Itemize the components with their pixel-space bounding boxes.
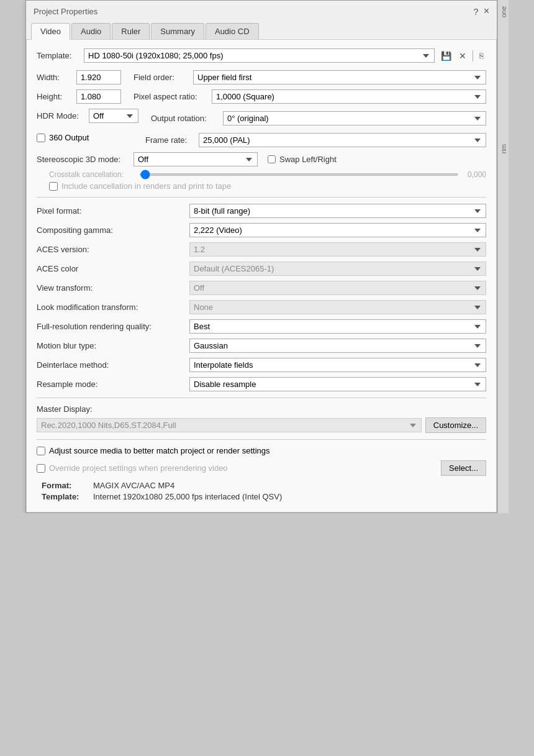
deinterlace-row: Deinterlace method: Interpolate fields <box>37 358 486 372</box>
frame-rate-row: Frame rate: 25,000 (PAL) <box>145 133 486 147</box>
view-transform-select[interactable]: Off <box>189 281 486 295</box>
field-order-label: Field order: <box>134 73 189 82</box>
title-bar: Project Properties ? × <box>26 1 497 19</box>
hdr-select[interactable]: Off <box>89 109 138 123</box>
adjust-label: Adjust source media to better match proj… <box>49 446 270 455</box>
aces-version-select[interactable]: 1.2 <box>189 242 486 257</box>
width-label: Width: <box>37 73 73 82</box>
tab-audio[interactable]: Audio <box>71 23 111 39</box>
pixel-format-label: Pixel format: <box>37 206 186 216</box>
export-template-icon[interactable]: ⎘ <box>477 50 486 61</box>
deinterlace-label: Deinterlace method: <box>37 360 186 370</box>
field-order-select[interactable]: Upper field first Lower field first None… <box>193 70 486 84</box>
stereo-select[interactable]: Off <box>134 152 258 166</box>
format-row: Format: MAGIX AVC/AAC MP4 <box>42 481 486 490</box>
output-rotation-label: Output rotation: <box>151 114 219 123</box>
separator-1 <box>37 197 486 198</box>
side-strip: one rim <box>497 0 509 513</box>
full-res-select[interactable]: Best <box>189 319 486 334</box>
pixel-format-select[interactable]: 8-bit (full range) <box>189 204 486 218</box>
motion-blur-select[interactable]: Gaussian <box>189 339 486 353</box>
tab-summary[interactable]: Summary <box>151 23 204 39</box>
width-input[interactable] <box>76 70 121 84</box>
resample-select[interactable]: Disable resample <box>189 377 486 391</box>
close-icon[interactable]: × <box>484 6 489 17</box>
output-rotation-select[interactable]: 0° (original) <box>223 111 486 125</box>
separator-2 <box>37 398 486 398</box>
template-select[interactable]: HD 1080-50i (1920x1080; 25,000 fps) <box>84 48 435 63</box>
look-modification-select[interactable]: None <box>189 300 486 314</box>
override-row: Override project settings when prerender… <box>37 460 486 476</box>
swap-checkbox[interactable] <box>268 155 276 163</box>
aces-color-label: ACES color <box>37 264 186 273</box>
pixel-aspect-select[interactable]: 1,0000 (Square) <box>212 89 486 104</box>
override-label: Override project settings when prerender… <box>49 463 228 473</box>
master-display-select[interactable]: Rec.2020,1000 Nits,D65,ST.2084,Full <box>37 418 422 432</box>
aces-version-label: ACES version: <box>37 245 186 254</box>
look-modification-label: Look modification transform: <box>37 303 186 312</box>
master-display-label: Master Display: <box>37 404 486 414</box>
deinterlace-select[interactable]: Interpolate fields <box>189 358 486 372</box>
adjust-checkbox[interactable] <box>37 447 45 455</box>
resample-row: Resample mode: Disable resample <box>37 377 486 391</box>
hdr-label: HDR Mode: <box>37 111 85 121</box>
window-title: Project Properties <box>34 7 97 16</box>
360-output-label: 360 Output <box>49 133 89 142</box>
side-text-one: one <box>500 6 507 17</box>
template-format-key: Template: <box>42 492 88 501</box>
title-bar-controls: ? × <box>473 6 489 17</box>
include-cancellation-checkbox[interactable] <box>49 182 58 191</box>
format-value: MAGIX AVC/AAC MP4 <box>93 481 174 490</box>
pixel-aspect-row: Pixel aspect ratio: 1,0000 (Square) <box>134 89 486 104</box>
template-format-value: Internet 1920x1080 25,000 fps interlaced… <box>93 492 282 501</box>
tab-ruler[interactable]: Ruler <box>112 23 150 39</box>
save-template-icon[interactable]: 💾 <box>438 50 454 62</box>
compositing-gamma-row: Compositing gamma: 2,222 (Video) <box>37 223 486 237</box>
master-display-row: Rec.2020,1000 Nits,D65,ST.2084,Full Cust… <box>37 417 486 433</box>
aces-color-row: ACES color Default (ACES2065-1) <box>37 262 486 276</box>
stereo-label: Stereoscopic 3D mode: <box>37 155 130 164</box>
delete-template-icon[interactable]: ✕ <box>456 50 469 62</box>
height-input[interactable] <box>76 89 121 104</box>
crosstalk-label: Crosstalk cancellation: <box>49 170 136 179</box>
resample-label: Resample mode: <box>37 380 186 389</box>
tab-bar: Video Audio Ruler Summary Audio CD <box>26 19 497 40</box>
stereo-row: Stereoscopic 3D mode: Off Swap Left/Righ… <box>37 152 486 166</box>
crosstalk-value: 0,000 <box>461 170 486 179</box>
separator-3 <box>37 439 486 440</box>
crosstalk-row: Crosstalk cancellation: 0,000 <box>37 170 486 179</box>
help-icon[interactable]: ? <box>473 6 478 17</box>
look-modification-row: Look modification transform: None <box>37 300 486 314</box>
height-row: Height: <box>37 89 121 104</box>
frame-rate-label: Frame rate: <box>145 135 195 145</box>
template-label: Template: <box>37 51 80 60</box>
tab-video[interactable]: Video <box>31 23 70 40</box>
format-section: Format: MAGIX AVC/AAC MP4 Template: Inte… <box>37 481 486 501</box>
frame-rate-select[interactable]: 25,000 (PAL) <box>199 133 486 147</box>
360-output-row: 360 Output <box>37 133 133 142</box>
template-format-row: Template: Internet 1920x1080 25,000 fps … <box>42 492 486 501</box>
override-checkbox[interactable] <box>37 464 45 473</box>
select-button[interactable]: Select... <box>441 460 486 476</box>
adjust-row: Adjust source media to better match proj… <box>37 446 486 455</box>
side-text-rim: rim <box>500 144 507 153</box>
format-key: Format: <box>42 481 88 490</box>
width-row: Width: <box>37 70 121 84</box>
aces-color-select[interactable]: Default (ACES2065-1) <box>189 262 486 276</box>
main-content: Template: HD 1080-50i (1920x1080; 25,000… <box>26 40 497 512</box>
include-cancellation-label: Include cancellation in renders and prin… <box>61 181 231 191</box>
include-cancellation-row: Include cancellation in renders and prin… <box>37 181 486 191</box>
pixel-aspect-label: Pixel aspect ratio: <box>134 92 208 101</box>
pixel-format-row: Pixel format: 8-bit (full range) <box>37 204 486 218</box>
height-label: Height: <box>37 92 73 101</box>
template-icons: 💾 ✕ ⎘ <box>438 50 486 62</box>
compositing-gamma-label: Compositing gamma: <box>37 225 186 235</box>
customize-button[interactable]: Customize... <box>425 417 486 433</box>
crosstalk-slider[interactable] <box>140 173 458 176</box>
360-output-checkbox[interactable] <box>37 134 45 142</box>
motion-blur-row: Motion blur type: Gaussian <box>37 339 486 353</box>
hdr-row: HDR Mode: Off <box>37 109 138 123</box>
full-res-row: Full-resolution rendering quality: Best <box>37 319 486 334</box>
tab-audio-cd[interactable]: Audio CD <box>206 23 259 39</box>
compositing-gamma-select[interactable]: 2,222 (Video) <box>189 223 486 237</box>
